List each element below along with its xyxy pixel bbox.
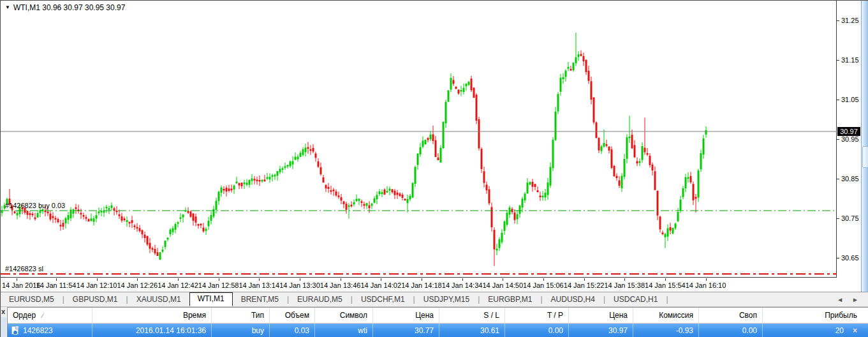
order-symbol-cell: wti [315,324,373,337]
candlestick-chart [1,1,837,278]
tab-xauusd-m1[interactable]: XAUUSD,M1 [128,293,189,306]
time-tick-label: 14 Jan 14:02 [360,281,401,289]
tab-audusd-h4[interactable]: AUDUSD,H4 [543,293,603,306]
order-volume-cell: 0.03 [270,324,315,337]
price-axis: 30.97 31.2531.1531.0530.9530.8530.7530.6… [837,1,861,292]
panel-close-button[interactable]: x [1,308,7,315]
price-tick-label: 30.75 [841,214,859,222]
price-tick-label: 30.65 [841,254,859,262]
close-position-icon[interactable]: × [853,326,857,335]
price-tick-mark [837,218,839,219]
col-commission[interactable]: Комиссия [633,308,699,323]
col-volume[interactable]: Объем [270,308,315,323]
stop-loss-line-label: #1426823 sl [5,265,43,273]
col-cur-price[interactable]: Цена [569,308,633,323]
col-open-price[interactable]: Цена [373,308,439,323]
time-tick-mark [56,278,57,281]
col-symbol[interactable]: Символ [315,308,373,323]
chart-plot-area[interactable]: ▼WTI,M1 30.96 30.97 30.95 30.97 #1426823… [1,1,837,278]
col-time[interactable]: Время [92,308,212,323]
col-profit[interactable]: Прибыль [763,308,862,323]
time-tick-mark [137,278,138,281]
time-tick-label: 14 Jan 16:10 [686,281,726,289]
time-tick-mark [584,278,585,281]
tab-usdjpy-m15[interactable]: USDJPY,M15 [415,293,478,306]
time-tick-label: 14 Jan 15:38 [604,281,645,289]
time-tick-label: 14 Jan 12:42 [158,281,198,289]
order-swap-cell: 0.00 [699,324,763,337]
time-tick-mark [219,278,219,281]
time-axis: 14 Jan 201614 Jan 11:5414 Jan 12:1014 Ja… [1,278,837,292]
tab-usdchf-m1[interactable]: USDCHF,M1 [353,293,413,306]
price-tick-label: 30.85 [841,175,859,183]
time-tick-label: 14 Jan 13:46 [320,281,361,289]
time-tick-mark [381,278,381,281]
time-tick-mark [259,278,260,281]
order-sl-cell: 30.61 [439,324,505,337]
tab-wti-m1[interactable]: WTI,M1 [189,292,233,306]
tab-brent-m5[interactable]: BRENT,M5 [233,293,287,306]
trading-terminal-window: ▼WTI,M1 30.96 30.97 30.95 30.97 #1426823… [0,0,868,337]
panel-edge-strip [1,317,6,337]
chart-title-text: WTI,M1 30.96 30.97 30.95 30.97 [13,3,125,12]
order-profit-cell: 20× [763,324,862,337]
time-tick-label: 14 Jan 12:10 [77,281,117,289]
time-tick-mark [97,278,98,281]
tab-scroll-left-icon[interactable]: ◄ [837,296,843,303]
time-tick-mark [422,278,422,281]
chevron-down-icon[interactable]: ▼ [5,4,10,10]
time-tick-label: 14 Jan 13:14 [239,281,279,289]
time-tick-label: 14 Jan 2016 [2,281,41,289]
col-order[interactable]: Ордер∕ [8,308,92,323]
tab-gbpusd-m1[interactable]: GBPUSD,M1 [64,293,126,306]
vertical-scrollbar[interactable] [861,1,868,292]
col-sl[interactable]: S / L [439,308,505,323]
time-tick-label: 14 Jan 12:58 [198,281,239,289]
price-tick-mark [837,258,839,258]
orders-table: Ордер∕ Время Тип Объем Символ Цена S / L… [7,307,868,337]
price-tick-label: 30.95 [841,135,859,143]
current-price-badge: 30.97 [837,127,860,136]
price-tick-mark [837,179,839,179]
orders-header-row: Ордер∕ Время Тип Объем Символ Цена S / L… [8,308,868,324]
order-cur-price-cell: 30.97 [569,324,633,337]
order-type-cell: buy [212,324,270,337]
time-tick-mark [665,278,666,281]
time-tick-mark [300,278,300,281]
tab-usdcad-h1[interactable]: USDCAD,H1 [605,293,666,306]
order-open-price-cell: 30.77 [373,324,439,337]
tab-eurgbp-m1[interactable]: EURGBP,M1 [480,293,540,306]
price-tick-mark [837,20,839,21]
vertical-scrollbar-thumb[interactable] [862,146,868,168]
price-tick-label: 31.05 [841,96,859,103]
time-tick-mark [341,278,341,281]
col-swap[interactable]: Своп [699,308,763,323]
time-tick-label: 14 Jan 14:18 [401,281,442,289]
price-tick-mark [837,60,839,61]
price-tick-mark [837,100,839,100]
col-type[interactable]: Тип [212,308,270,323]
tab-scroll-right-icon[interactable]: ► [852,296,858,303]
time-tick-label: 14 Jan 13:30 [279,281,320,289]
time-tick-label: 14 Jan 14:50 [482,281,523,289]
time-tick-label: 14 Jan 15:06 [523,281,564,289]
order-id-cell: 1426823 [8,324,92,337]
order-row-1426823[interactable]: 1426823 2016.01.14 16:01:36 buy 0.03 wti… [8,324,868,337]
tab-euraud-m5[interactable]: EURAUD,M5 [289,293,351,306]
sort-ascending-icon: ∕ [42,312,43,319]
price-tick-mark [837,139,839,140]
tab-scroll-arrows: ◄ ► [837,296,858,303]
price-tick-label: 31.25 [841,17,859,24]
order-document-icon [11,326,18,334]
time-tick-mark [462,278,463,281]
tab-eurusd-m5[interactable]: EURUSD,M5 [1,293,63,306]
order-time-cell: 2016.01.14 16:01:36 [92,324,212,337]
time-tick-mark [178,278,179,281]
time-tick-mark [543,278,544,281]
buy-order-line-label: #1426823 buy 0.03 [5,202,65,209]
col-tp[interactable]: T / P [505,308,569,323]
chart-tab-bar: EURUSD,M5| GBPUSD,M1| XAUUSD,M1 WTI,M1 B… [1,292,868,307]
time-tick-mark [706,278,707,281]
time-tick-label: 14 Jan 12:26 [117,281,158,289]
time-tick-label: 14 Jan 14:34 [442,281,483,289]
